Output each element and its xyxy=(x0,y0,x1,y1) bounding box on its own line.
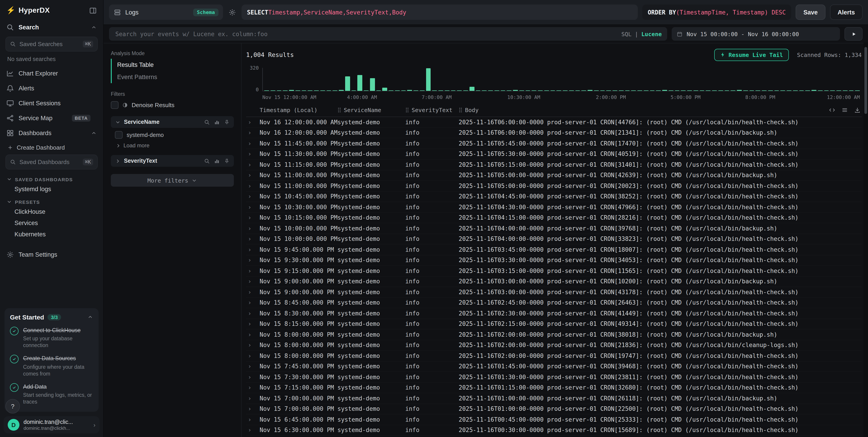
row-expander-icon[interactable]: › xyxy=(246,299,260,306)
column-header-severitytext[interactable]: SeverityText xyxy=(405,106,459,113)
table-row[interactable]: ›Nov 15 11:15:00.000 PMsystemd-demoinfo2… xyxy=(246,160,862,170)
facet-servicename[interactable]: ServiceName xyxy=(111,116,234,128)
user-menu[interactable]: D dominic.tran@clic... dominic.tran@clic… xyxy=(4,416,99,433)
source-selector[interactable]: Logs Schema xyxy=(109,4,223,20)
row-expander-icon[interactable]: › xyxy=(246,236,260,242)
mode-lucene-label[interactable]: Lucene xyxy=(641,31,662,37)
source-settings-gear-icon[interactable] xyxy=(227,7,237,17)
table-row[interactable]: ›Nov 15 7:00:00.000 PMsystemd-demoinfo20… xyxy=(246,404,862,414)
row-expander-icon[interactable]: › xyxy=(246,406,260,412)
facet-search-icon[interactable] xyxy=(204,119,210,125)
row-expander-icon[interactable]: › xyxy=(246,278,260,285)
row-expander-icon[interactable]: › xyxy=(246,182,260,189)
row-expander-icon[interactable]: › xyxy=(246,130,260,136)
chevron-up-icon[interactable] xyxy=(87,314,93,320)
facet-chart-icon[interactable] xyxy=(214,119,220,125)
denoise-checkbox[interactable] xyxy=(111,101,119,109)
row-expander-icon[interactable]: › xyxy=(246,172,260,179)
download-icon[interactable] xyxy=(854,106,861,113)
row-expander-icon[interactable]: › xyxy=(246,161,260,168)
sidebar-item-service-map[interactable]: Service Map BETA xyxy=(0,111,103,126)
table-row[interactable]: ›Nov 15 9:00:00.000 PMsystemd-demoinfo20… xyxy=(246,276,862,287)
facet-value-checkbox[interactable] xyxy=(115,131,123,139)
table-row[interactable]: ›Nov 15 6:15:00.000 PMsystemd-demoinfo20… xyxy=(246,436,862,437)
column-header-timestamp[interactable]: Timestamp (Local) xyxy=(260,106,337,113)
table-row[interactable]: ›Nov 15 10:45:00.000 PMsystemd-demoinfo2… xyxy=(246,191,862,202)
column-header-body[interactable]: Body xyxy=(459,106,862,113)
pin-icon[interactable] xyxy=(224,119,230,125)
save-button[interactable]: Save xyxy=(796,4,825,20)
create-dashboard-button[interactable]: Create Dashboard xyxy=(0,140,103,153)
row-expander-icon[interactable]: › xyxy=(246,331,260,338)
mode-event-patterns[interactable]: Event Patterns xyxy=(112,71,234,83)
preset-link-clickhouse[interactable]: ClickHouse xyxy=(0,206,103,217)
query-language-toggle[interactable]: SQL | Lucene xyxy=(621,31,662,37)
row-expander-icon[interactable]: › xyxy=(246,193,260,200)
facet-value-systemd-demo[interactable]: systemd-demo xyxy=(111,128,234,140)
row-expander-icon[interactable]: › xyxy=(246,352,260,359)
help-button[interactable]: ? xyxy=(5,399,20,413)
row-expander-icon[interactable]: › xyxy=(246,204,260,211)
table-row[interactable]: ›Nov 15 11:45:00.000 PMsystemd-demoinfo2… xyxy=(246,138,862,149)
sidebar-item-chart-explorer[interactable]: Chart Explorer xyxy=(0,66,103,81)
table-row[interactable]: ›Nov 15 9:30:00.000 PMsystemd-demoinfo20… xyxy=(246,255,862,266)
row-expander-icon[interactable]: › xyxy=(246,427,260,434)
dashboard-link-systemd-logs[interactable]: Systemd logs xyxy=(0,183,103,195)
table-row[interactable]: ›Nov 15 8:00:00.000 PMsystemd-demoinfo20… xyxy=(246,340,862,351)
sidebar-item-dashboards[interactable]: Dashboards xyxy=(0,126,103,140)
histogram-plot[interactable] xyxy=(262,68,860,91)
scrollbar-thumb[interactable] xyxy=(864,47,867,114)
row-expander-icon[interactable]: › xyxy=(246,257,260,264)
row-expander-icon[interactable]: › xyxy=(246,310,260,317)
resume-live-tail-button[interactable]: Resume Live Tail xyxy=(714,48,789,61)
row-density-icon[interactable] xyxy=(841,106,848,113)
table-row[interactable]: ›Nov 15 7:30:00.000 PMsystemd-demoinfo20… xyxy=(246,372,862,382)
row-expander-icon[interactable]: › xyxy=(246,151,260,158)
row-expander-icon[interactable]: › xyxy=(246,214,260,221)
get-started-step[interactable]: Add Data Start sending logs, metrics, or… xyxy=(10,382,93,405)
row-expander-icon[interactable]: › xyxy=(246,395,260,402)
sidebar-item-alerts[interactable]: Alerts xyxy=(0,81,103,96)
run-query-button[interactable] xyxy=(844,27,863,41)
table-row[interactable]: ›Nov 15 10:30:00.000 PMsystemd-demoinfo2… xyxy=(246,202,862,213)
table-row[interactable]: ›Nov 15 8:45:00.000 PMsystemd-demoinfo20… xyxy=(246,298,862,308)
row-expander-icon[interactable]: › xyxy=(246,416,260,423)
table-row[interactable]: ›Nov 15 8:00:00.000 PMsystemd-demoinfo20… xyxy=(246,351,862,361)
load-more-button[interactable]: Load more xyxy=(111,140,234,152)
table-row[interactable]: ›Nov 15 10:15:00.000 PMsystemd-demoinfo2… xyxy=(246,213,862,223)
more-filters-button[interactable]: More filters xyxy=(111,174,234,187)
facet-severitytext[interactable]: SeverityText xyxy=(111,155,234,167)
table-row[interactable]: ›Nov 15 6:30:00.000 PMsystemd-demoinfo20… xyxy=(246,425,862,436)
row-expander-icon[interactable]: › xyxy=(246,384,260,391)
pin-icon[interactable] xyxy=(224,158,230,164)
facet-chart-icon[interactable] xyxy=(214,158,220,164)
mode-sql-label[interactable]: SQL xyxy=(621,31,631,37)
table-row[interactable]: ›Nov 15 11:00:00.000 PMsystemd-demoinfo2… xyxy=(246,181,862,191)
table-row[interactable]: ›Nov 15 8:15:00.000 PMsystemd-demoinfo20… xyxy=(246,319,862,330)
code-view-icon[interactable] xyxy=(829,106,835,113)
row-expander-icon[interactable]: › xyxy=(246,374,260,380)
row-expander-icon[interactable]: › xyxy=(246,268,260,274)
schema-badge[interactable]: Schema xyxy=(193,8,219,16)
row-expander-icon[interactable]: › xyxy=(246,140,260,147)
table-row[interactable]: ›Nov 15 10:00:00.000 PMsystemd-demoinfo2… xyxy=(246,234,862,244)
table-row[interactable]: ›Nov 15 11:30:00.000 PMsystemd-demoinfo2… xyxy=(246,149,862,160)
preset-link-kubernetes[interactable]: Kubernetes xyxy=(0,229,103,240)
row-expander-icon[interactable]: › xyxy=(246,289,260,296)
row-expander-icon[interactable]: › xyxy=(246,246,260,253)
table-row[interactable]: ›Nov 15 9:15:00.000 PMsystemd-demoinfo20… xyxy=(246,266,862,276)
get-started-step[interactable]: Create Data Sources Configure where your… xyxy=(10,354,93,377)
search-input[interactable] xyxy=(115,30,618,38)
table-row[interactable]: ›Nov 15 9:45:00.000 PMsystemd-demoinfo20… xyxy=(246,244,862,255)
chevron-right-icon[interactable] xyxy=(115,158,121,164)
get-started-step[interactable]: Connect to ClickHouse Set up your databa… xyxy=(10,326,93,349)
table-row[interactable]: ›Nov 15 7:15:00.000 PMsystemd-demoinfo20… xyxy=(246,382,862,393)
date-range-picker[interactable]: Nov 15 00:00:00 - Nov 16 00:00:00 xyxy=(672,27,840,41)
table-row[interactable]: ›Nov 15 9:00:00.000 PMsystemd-demoinfo20… xyxy=(246,287,862,298)
table-row[interactable]: ›Nov 15 8:00:00.000 PMsystemd-demoinfo20… xyxy=(246,330,862,340)
sidebar-item-team-settings[interactable]: Team Settings xyxy=(0,247,103,262)
section-saved-dashboards[interactable]: SAVED DASHBOARDS xyxy=(0,172,103,183)
table-row[interactable]: ›Nov 16 12:00:00.000 AMsystemd-demoinfo2… xyxy=(246,128,862,138)
chevron-down-icon[interactable] xyxy=(115,119,121,125)
saved-searches-input[interactable]: Saved Searches ⌘K xyxy=(5,37,98,52)
